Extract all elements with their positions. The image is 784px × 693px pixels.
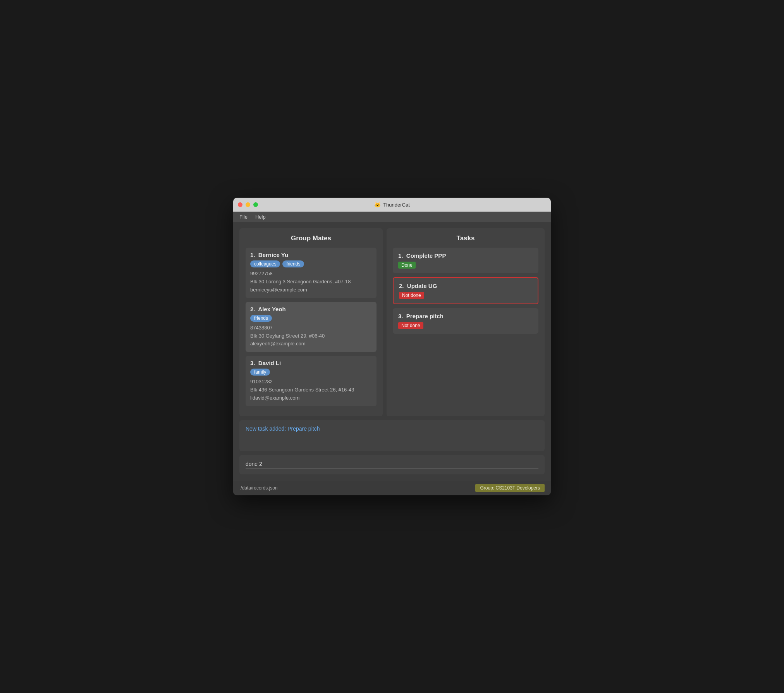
notification-highlight: Prepare pitch: [287, 426, 320, 432]
close-button[interactable]: [238, 202, 242, 207]
input-panel: [239, 455, 545, 474]
contact-info-1: 99272758 Blk 30 Lorong 3 Serangoon Garde…: [250, 270, 372, 294]
maximize-button[interactable]: [253, 202, 258, 207]
contact-info-2: 87438807 Blk 30 Geylang Street 29, #06-4…: [250, 324, 372, 348]
contact-email-3: lidavid@example.com: [250, 394, 372, 402]
tag-friends-1: friends: [282, 260, 304, 267]
task-card-1[interactable]: 1. Complete PPP Done: [393, 248, 538, 273]
main-content: Group Mates 1. Bernice Yu colleagues fri…: [233, 222, 551, 480]
minimize-button[interactable]: [246, 202, 250, 207]
notification-text: New task added: Prepare pitch: [246, 426, 538, 432]
file-path: ./data/records.json: [239, 485, 278, 491]
contact-email-1: berniceyu@example.com: [250, 286, 372, 294]
task-status-2: Not done: [399, 292, 424, 299]
contact-phone-3: 91031282: [250, 378, 372, 386]
contact-name-1: 1. Bernice Yu: [250, 252, 372, 258]
title-icon: 🐱: [374, 202, 381, 208]
tag-family: family: [250, 369, 270, 376]
contact-address-3: Blk 436 Serangoon Gardens Street 26, #16…: [250, 386, 372, 394]
contact-address-2: Blk 30 Geylang Street 29, #06-40: [250, 332, 372, 340]
notification-label: New task added:: [246, 426, 287, 432]
menu-help[interactable]: Help: [255, 214, 266, 220]
tag-colleagues: colleagues: [250, 260, 280, 267]
task-status-1: Done: [398, 262, 416, 269]
tasks-title: Tasks: [393, 234, 538, 242]
contact-tags-1: colleagues friends: [250, 260, 372, 267]
task-status-3: Not done: [398, 322, 423, 329]
title-bar: 🐱 ThunderCat: [233, 198, 551, 212]
menu-bar: File Help: [233, 212, 551, 222]
app-window: 🐱 ThunderCat File Help Group Mates 1. Be…: [233, 198, 551, 495]
contact-phone-1: 99272758: [250, 270, 372, 278]
contact-info-3: 91031282 Blk 436 Serangoon Gardens Stree…: [250, 378, 372, 402]
contact-card-2[interactable]: 2. Alex Yeoh friends 87438807 Blk 30 Gey…: [246, 302, 377, 352]
contact-card-3[interactable]: 3. David Li family 91031282 Blk 436 Sera…: [246, 356, 377, 406]
tag-friends-2: friends: [250, 315, 272, 322]
status-bar: ./data/records.json Group: CS2103T Devel…: [233, 481, 551, 495]
contact-tags-3: family: [250, 369, 372, 376]
task-name-3: 3. Prepare pitch: [398, 313, 533, 319]
contact-phone-2: 87438807: [250, 324, 372, 332]
contact-tags-2: friends: [250, 315, 372, 322]
window-title: 🐱 ThunderCat: [374, 202, 410, 208]
command-input[interactable]: [246, 461, 538, 469]
traffic-lights: [238, 202, 258, 207]
task-card-2[interactable]: 2. Update UG Not done: [393, 277, 538, 304]
contact-name-2: 2. Alex Yeoh: [250, 306, 372, 312]
contact-name-3: 3. David Li: [250, 360, 372, 366]
contact-email-2: alexyeoh@example.com: [250, 340, 372, 348]
group-mates-panel: Group Mates 1. Bernice Yu colleagues fri…: [239, 228, 383, 416]
group-mates-title: Group Mates: [246, 234, 377, 242]
contact-card-1[interactable]: 1. Bernice Yu colleagues friends 9927275…: [246, 248, 377, 298]
group-badge: Group: CS2103T Developers: [475, 484, 545, 492]
notification-panel: New task added: Prepare pitch: [239, 420, 545, 451]
task-name-1: 1. Complete PPP: [398, 252, 533, 259]
tasks-panel: Tasks 1. Complete PPP Done 2. Update UG …: [387, 228, 545, 416]
menu-file[interactable]: File: [239, 214, 248, 220]
title-text: ThunderCat: [383, 202, 410, 208]
top-panels: Group Mates 1. Bernice Yu colleagues fri…: [239, 228, 545, 416]
task-card-3[interactable]: 3. Prepare pitch Not done: [393, 308, 538, 334]
contact-address-1: Blk 30 Lorong 3 Serangoon Gardens, #07-1…: [250, 278, 372, 286]
task-name-2: 2. Update UG: [399, 283, 532, 289]
